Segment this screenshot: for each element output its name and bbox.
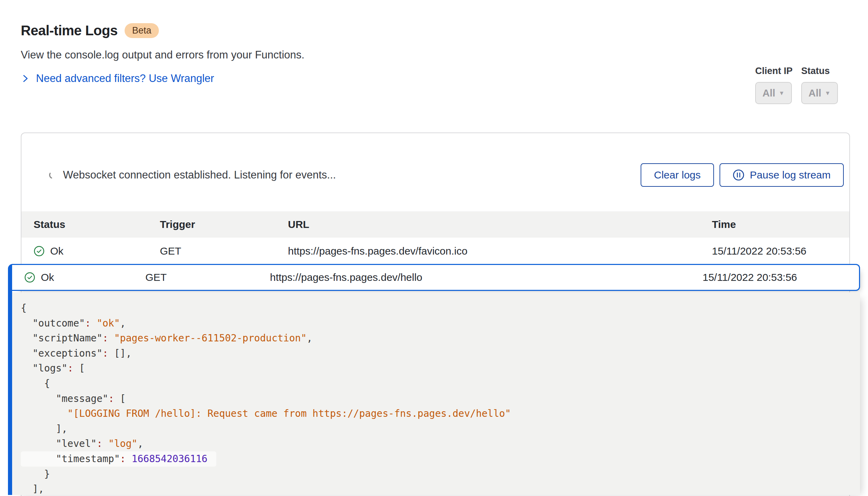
row-status: Ok — [50, 245, 63, 257]
websocket-status-text: Websocket connection established. Listen… — [63, 169, 336, 181]
caret-down-icon: ▼ — [825, 90, 831, 96]
beta-badge: Beta — [125, 23, 159, 38]
expanded-log-json: { "outcome": "ok", "scriptName": "pages-… — [21, 301, 860, 495]
page-title: Real-time Logs — [21, 23, 118, 38]
status-filter-value: All — [808, 88, 821, 99]
column-header-trigger: Trigger — [160, 219, 288, 230]
expanded-log-body: { "outcome": "ok", "scriptName": "pages-… — [12, 292, 860, 495]
check-circle-icon — [34, 246, 45, 257]
row-time: 15/11/2022 20:53:56 — [703, 272, 859, 283]
page-header: Real-time Logs Beta View the console.log… — [21, 23, 305, 85]
row-time: 15/11/2022 20:53:56 — [712, 245, 849, 257]
log-row-hello-selected[interactable]: Ok GET https://pages-fns.pages.dev/hello… — [12, 264, 860, 291]
client-ip-dropdown[interactable]: All ▼ — [755, 82, 792, 104]
column-header-time: Time — [712, 219, 849, 230]
column-header-status: Status — [34, 219, 160, 230]
wrangler-link-text[interactable]: Need advanced filters? Use Wrangler — [36, 72, 214, 85]
spinner-icon — [48, 171, 57, 180]
pause-icon — [733, 169, 744, 181]
page-subtitle: View the console.log output and errors f… — [21, 49, 305, 61]
expanded-log-entry: Ok GET https://pages-fns.pages.dev/hello… — [8, 264, 860, 495]
row-url: https://pages-fns.pages.dev/favicon.ico — [288, 245, 712, 257]
clear-logs-label: Clear logs — [654, 169, 700, 181]
status-filter-label: Status — [801, 66, 838, 76]
pause-log-stream-button[interactable]: Pause log stream — [720, 163, 844, 187]
status-dropdown[interactable]: All ▼ — [801, 82, 838, 104]
row-trigger: GET — [160, 245, 288, 257]
log-toolbar: Websocket connection established. Listen… — [21, 133, 849, 211]
row-trigger: GET — [145, 272, 270, 283]
column-header-url: URL — [288, 219, 712, 230]
row-url: https://pages-fns.pages.dev/hello — [270, 272, 703, 283]
log-row-favicon[interactable]: Ok GET https://pages-fns.pages.dev/favic… — [21, 238, 849, 265]
client-ip-value: All — [762, 88, 775, 99]
row-status: Ok — [41, 272, 54, 283]
caret-down-icon: ▼ — [779, 90, 785, 96]
pause-log-stream-label: Pause log stream — [750, 169, 831, 181]
check-circle-icon — [24, 272, 35, 283]
clear-logs-button[interactable]: Clear logs — [641, 163, 714, 187]
wrangler-link[interactable]: Need advanced filters? Use Wrangler — [21, 72, 305, 85]
filters: Client IP All ▼ Status All ▼ — [755, 66, 838, 104]
client-ip-label: Client IP — [755, 66, 793, 76]
chevron-right-icon — [21, 74, 30, 83]
websocket-status: Websocket connection established. Listen… — [48, 169, 336, 181]
realtime-logs-page: Real-time Logs Beta View the console.log… — [0, 0, 868, 496]
table-header: Status Trigger URL Time — [21, 211, 849, 238]
